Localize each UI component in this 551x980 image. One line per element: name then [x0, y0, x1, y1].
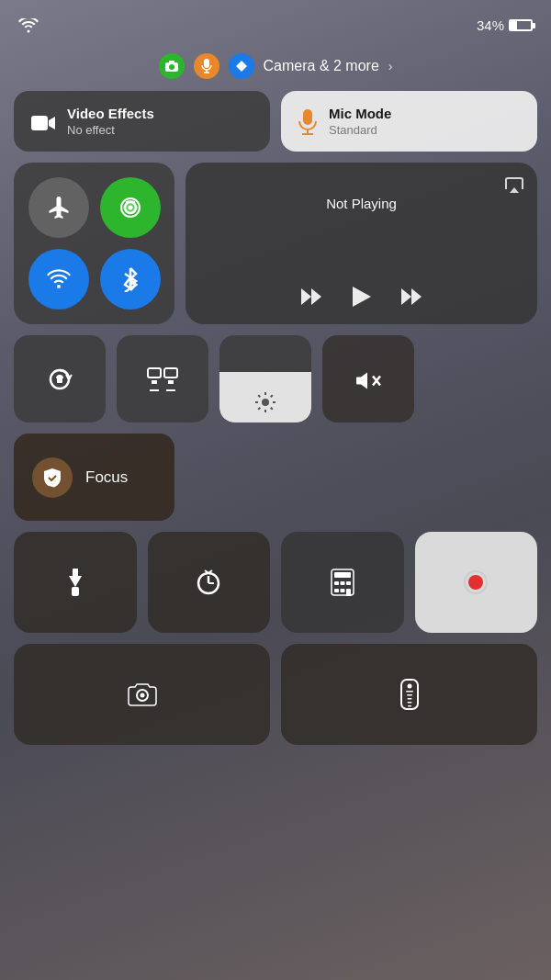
location-app-icon [229, 53, 254, 79]
camera-app-icon [159, 53, 185, 79]
cellular-button[interactable] [100, 177, 161, 238]
row-small-buttons [14, 532, 537, 633]
svg-point-55 [140, 693, 144, 698]
svg-rect-25 [168, 380, 174, 384]
flashlight-button[interactable] [14, 532, 137, 633]
svg-point-1 [169, 64, 174, 70]
video-effects-icon [30, 108, 56, 134]
control-center: Video Effects No effect Mic Mode Standar… [0, 91, 551, 745]
svg-rect-6 [31, 116, 48, 130]
svg-rect-60 [407, 698, 411, 700]
mic-mode-tile[interactable]: Mic Mode Standard [281, 91, 537, 152]
brightness-icon [254, 391, 276, 413]
screen-record-button[interactable] [415, 532, 538, 633]
rotation-lock-button[interactable] [14, 335, 106, 422]
focus-tile[interactable]: Focus [14, 434, 174, 521]
svg-rect-22 [152, 380, 157, 384]
svg-rect-59 [407, 694, 412, 696]
app-banner[interactable]: Camera & 2 more › [0, 46, 551, 86]
media-rewind-button[interactable] [299, 284, 323, 308]
focus-label: Focus [85, 468, 128, 487]
app-banner-text: Camera & 2 more [264, 58, 379, 74]
svg-rect-21 [148, 368, 161, 377]
mic-mode-title: Mic Mode [329, 106, 391, 121]
svg-rect-3 [204, 59, 209, 68]
svg-point-12 [129, 206, 133, 210]
video-effects-content: Video Effects No effect [67, 106, 154, 137]
svg-rect-47 [334, 589, 339, 592]
svg-rect-61 [407, 702, 411, 704]
wifi-control-button[interactable] [28, 249, 89, 310]
media-fastforward-button[interactable] [400, 284, 424, 308]
screen-mirror-button[interactable] [117, 335, 208, 422]
svg-line-33 [271, 408, 273, 410]
svg-rect-48 [340, 581, 344, 585]
video-effects-title: Video Effects [67, 106, 154, 121]
brightness-slider[interactable] [219, 335, 311, 422]
camera-button[interactable] [14, 644, 270, 745]
svg-point-27 [262, 399, 269, 406]
airplay-button[interactable] [504, 175, 524, 195]
svg-line-34 [258, 408, 260, 410]
status-bar: 34% [0, 0, 551, 46]
connectivity-grid [28, 177, 160, 310]
wifi-icon [18, 18, 39, 33]
svg-rect-38 [72, 587, 79, 596]
bluetooth-button[interactable] [100, 249, 161, 310]
media-player[interactable]: Not Playing [186, 163, 537, 324]
mic-mode-subtitle: Standard [329, 123, 391, 137]
svg-rect-24 [164, 368, 177, 377]
video-effects-tile[interactable]: Video Effects No effect [14, 91, 270, 152]
svg-marker-14 [301, 288, 311, 305]
remote-button[interactable] [281, 644, 537, 745]
mic-mode-content: Mic Mode Standard [329, 106, 391, 137]
svg-marker-16 [353, 287, 371, 307]
svg-rect-62 [408, 705, 411, 707]
airplane-button[interactable] [28, 177, 89, 238]
calculator-button[interactable] [281, 532, 404, 633]
svg-line-35 [271, 395, 273, 397]
row-focus: Focus [14, 434, 537, 521]
connectivity-tile [14, 163, 174, 324]
row-bottom [14, 644, 537, 745]
svg-rect-2 [169, 61, 174, 63]
focus-icon [32, 457, 73, 498]
media-controls [200, 281, 523, 310]
svg-rect-45 [334, 572, 351, 578]
svg-rect-50 [346, 581, 351, 585]
battery-percentage: 34% [477, 17, 504, 33]
svg-marker-15 [311, 288, 321, 305]
brightness-icon-wrap [219, 391, 311, 413]
timer-button[interactable] [148, 532, 271, 633]
video-effects-subtitle: No effect [67, 123, 154, 137]
svg-rect-7 [303, 109, 312, 125]
row-controls [14, 335, 537, 422]
battery-icon [509, 19, 533, 31]
svg-line-32 [258, 395, 260, 397]
svg-marker-17 [401, 288, 411, 305]
mute-icon [355, 365, 381, 393]
svg-rect-49 [340, 589, 344, 592]
mic-mode-icon [298, 107, 318, 135]
media-title: Not Playing [200, 196, 523, 211]
svg-point-13 [57, 285, 61, 288]
svg-rect-58 [406, 691, 413, 693]
battery-container: 34% [477, 17, 533, 33]
svg-point-53 [468, 575, 483, 590]
svg-marker-18 [411, 288, 422, 305]
svg-rect-51 [346, 589, 351, 596]
svg-point-57 [407, 684, 411, 689]
svg-rect-46 [334, 581, 339, 585]
mic-app-icon [194, 53, 219, 79]
media-play-button[interactable] [351, 281, 373, 310]
volume-slider[interactable] [322, 335, 414, 422]
row-top: Video Effects No effect Mic Mode Standar… [14, 91, 537, 152]
battery-fill [511, 21, 517, 29]
app-banner-chevron: › [388, 59, 393, 73]
status-left-icons [18, 18, 39, 33]
row-connectivity-media: Not Playing [14, 163, 537, 324]
